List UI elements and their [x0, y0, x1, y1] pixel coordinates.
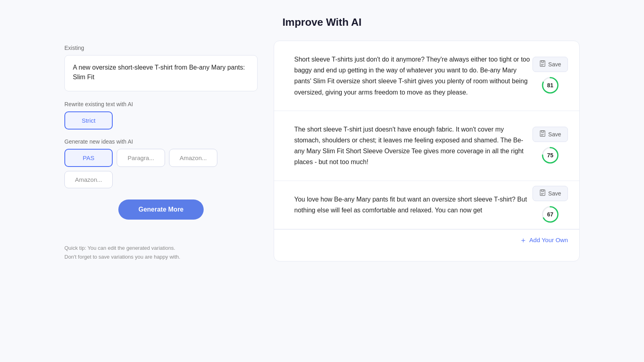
save-icon-2: [539, 130, 546, 138]
svg-rect-6: [540, 131, 545, 136]
gen-btn-paragra[interactable]: Paragra...: [117, 149, 165, 167]
right-panel: Short sleeve T-shirts just don't do it a…: [274, 41, 580, 261]
save-button-3[interactable]: Save: [533, 186, 568, 201]
existing-label: Existing: [64, 45, 258, 51]
result-text-3: You love how Be-any Mary pants fit but w…: [294, 194, 531, 216]
add-your-own[interactable]: ＋ Add Your Own: [274, 229, 579, 251]
svg-rect-14: [541, 193, 544, 193]
quick-tip: Quick tip: You can edit the generated va…: [64, 244, 258, 261]
existing-text-box: A new oversize short-sleeve T-shirt from…: [64, 55, 258, 91]
add-your-own-label: Add Your Own: [529, 237, 568, 243]
rewrite-section: Rewrite existing text with AI Strict: [64, 101, 258, 130]
gen-btn-amazon2[interactable]: Amazon...: [64, 171, 113, 188]
gen-btn-amazon1[interactable]: Amazon...: [169, 149, 217, 167]
svg-rect-9: [541, 135, 543, 136]
result-text-2: The short sleeve T-shirt just doesn't ha…: [294, 124, 531, 168]
result-item: You love how Be-any Mary pants fit but w…: [274, 181, 579, 229]
add-icon: ＋: [520, 235, 527, 245]
svg-rect-8: [541, 134, 544, 134]
generate-section: Generate new ideas with AI PAS Paragra..…: [64, 138, 258, 188]
svg-rect-7: [541, 131, 544, 132]
svg-rect-15: [541, 194, 543, 195]
generate-more-button[interactable]: Generate More: [118, 200, 204, 220]
result-text-1: Short sleeve T-shirts just don't do it a…: [294, 54, 531, 98]
gen-btn-pas[interactable]: PAS: [64, 149, 113, 167]
page-title: Improve With AI: [0, 16, 644, 29]
rewrite-mode-buttons: Strict: [64, 111, 258, 130]
svg-rect-3: [541, 65, 543, 66]
result-item: The short sleeve T-shirt just doesn't ha…: [274, 111, 579, 181]
result-actions-1: Save 81: [533, 57, 568, 95]
svg-rect-0: [540, 61, 545, 66]
result-actions-2: Save 75: [533, 127, 568, 165]
save-button-2[interactable]: Save: [533, 127, 568, 142]
score-badge-3: 67: [541, 205, 559, 224]
svg-rect-2: [541, 64, 544, 64]
result-item: Short sleeve T-shirts just don't do it a…: [274, 41, 579, 111]
svg-rect-13: [541, 190, 544, 191]
svg-rect-1: [541, 61, 544, 62]
score-value-3: 67: [547, 211, 553, 218]
rewrite-label: Rewrite existing text with AI: [64, 101, 258, 107]
score-badge-1: 81: [541, 76, 559, 95]
save-icon-3: [539, 189, 546, 197]
result-actions-3: Save 67: [533, 186, 568, 224]
mode-btn-strict[interactable]: Strict: [64, 111, 113, 130]
save-icon-1: [539, 60, 546, 68]
generate-label: Generate new ideas with AI: [64, 138, 258, 145]
page-header: Improve With AI: [0, 0, 644, 41]
main-layout: Existing A new oversize short-sleeve T-s…: [40, 41, 604, 261]
generate-mode-buttons: PAS Paragra... Amazon... Amazon...: [64, 149, 258, 188]
save-button-1[interactable]: Save: [533, 57, 568, 72]
score-value-2: 75: [547, 152, 553, 158]
left-panel: Existing A new oversize short-sleeve T-s…: [64, 41, 274, 261]
score-badge-2: 75: [541, 146, 559, 165]
svg-rect-12: [540, 190, 545, 195]
score-value-1: 81: [547, 82, 553, 88]
